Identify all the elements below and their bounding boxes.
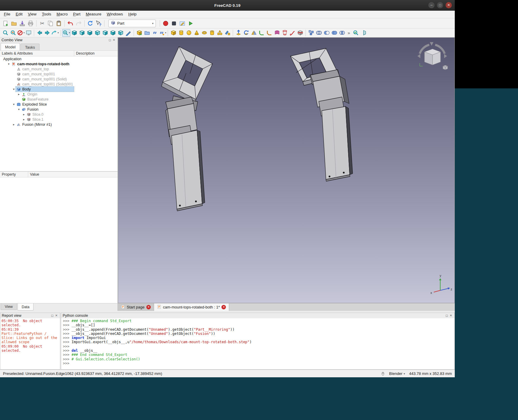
paste-button[interactable] bbox=[55, 19, 63, 28]
macro-execute-button[interactable] bbox=[186, 19, 195, 28]
close-tab-icon[interactable]: ✕ bbox=[221, 305, 226, 309]
tree-item-exploded-slice[interactable]: ▾Exploded Slice bbox=[0, 102, 118, 107]
create-part-button[interactable] bbox=[135, 29, 143, 37]
document-tab[interactable]: Start page✕ bbox=[118, 303, 154, 311]
make-link-button[interactable] bbox=[151, 29, 159, 37]
tab-model[interactable]: Model bbox=[1, 43, 20, 50]
create-group-button[interactable] bbox=[143, 29, 151, 37]
tab-tasks[interactable]: Tasks bbox=[20, 44, 39, 50]
python-console-log[interactable]: >>> ### Begin command Std_Export>>> __ob… bbox=[61, 318, 454, 369]
nav-forward-button[interactable] bbox=[43, 29, 51, 37]
tree-item-slice-0[interactable]: ▸Slice.0 bbox=[0, 112, 118, 117]
shape-builder-button[interactable] bbox=[224, 29, 231, 37]
expander-icon[interactable]: ▾ bbox=[12, 103, 16, 106]
box-zoom-button[interactable]: ▾ bbox=[62, 29, 70, 37]
ruled-surface-button[interactable] bbox=[273, 29, 281, 37]
menu-part[interactable]: Part bbox=[70, 11, 83, 18]
chamfer-button[interactable] bbox=[265, 29, 273, 37]
measure-distance-button[interactable] bbox=[124, 29, 132, 37]
expander-icon[interactable]: ▾ bbox=[7, 62, 11, 66]
link-select-button[interactable]: ▾ bbox=[51, 29, 59, 37]
open-document-button[interactable] bbox=[10, 19, 18, 28]
column-labels[interactable]: Labels & Attributes bbox=[0, 51, 74, 56]
view-front-button[interactable] bbox=[78, 29, 86, 37]
view-bottom-button[interactable] bbox=[109, 29, 117, 37]
fit-selection-button[interactable] bbox=[9, 29, 17, 37]
nav-back-button[interactable] bbox=[36, 29, 43, 37]
menu-tools[interactable]: Tools bbox=[39, 11, 54, 18]
tab-data[interactable]: Data bbox=[18, 303, 34, 311]
dock-view-button[interactable] bbox=[25, 29, 32, 37]
refresh-button[interactable] bbox=[86, 19, 94, 28]
tab-view[interactable]: View bbox=[1, 303, 17, 310]
view-left-button[interactable] bbox=[117, 29, 124, 37]
macro-stop-button[interactable] bbox=[170, 19, 178, 28]
tree-item-fusion-mirror-1[interactable]: ▸Fusion (Mirror #1) bbox=[0, 122, 118, 127]
primitive-cone-button[interactable] bbox=[193, 29, 200, 37]
save-document-button[interactable] bbox=[18, 19, 26, 28]
close-button[interactable]: ✕ bbox=[446, 2, 452, 8]
primitive-tube-button[interactable] bbox=[208, 29, 216, 37]
compound-tools-button[interactable] bbox=[307, 29, 315, 37]
macro-edit-button[interactable] bbox=[178, 19, 186, 28]
draw-style-button[interactable]: ▾ bbox=[17, 29, 25, 37]
expander-icon[interactable]: ▸ bbox=[17, 93, 21, 96]
tree-item-origin[interactable]: ▸Origin bbox=[0, 92, 118, 97]
print-button[interactable] bbox=[26, 19, 35, 28]
view-right-button[interactable] bbox=[94, 29, 101, 37]
primitive-sphere-button[interactable] bbox=[185, 29, 193, 37]
boolean-button[interactable] bbox=[315, 29, 323, 37]
menu-macro[interactable]: Macro bbox=[54, 11, 71, 18]
viewport-3d[interactable]: y z x bbox=[118, 37, 455, 303]
revolve-button[interactable] bbox=[242, 29, 250, 37]
menu-windows[interactable]: Windows bbox=[104, 11, 126, 18]
tree-item-cam-mount-top001-solid[interactable]: cam_mount_top001 (Solid) bbox=[0, 77, 118, 82]
extrude-button[interactable] bbox=[235, 29, 242, 37]
maximize-button[interactable]: □ bbox=[437, 2, 443, 8]
menu-help[interactable]: Help bbox=[126, 11, 139, 18]
titlebar[interactable]: FreeCAD 0.19 – □ ✕ bbox=[0, 0, 455, 11]
primitive-box-button[interactable] bbox=[170, 29, 177, 37]
boolean-intersection-button[interactable] bbox=[338, 29, 346, 37]
expander-icon[interactable]: ▾ bbox=[12, 88, 16, 91]
tree-item-basefeature[interactable]: BaseFeature bbox=[0, 97, 118, 102]
expander-icon[interactable]: ▸ bbox=[12, 123, 16, 126]
menu-file[interactable]: File bbox=[1, 11, 13, 18]
tree-item-body[interactable]: ▾Body bbox=[0, 87, 118, 92]
sweep-button[interactable] bbox=[289, 29, 296, 37]
undo-button[interactable] bbox=[66, 19, 75, 28]
expander-icon[interactable]: ▸ bbox=[22, 113, 26, 116]
menu-measure[interactable]: Measure bbox=[83, 11, 104, 18]
tree-item-cam-mount-top[interactable]: cam_mount_top bbox=[0, 66, 118, 71]
defeaturing-button[interactable] bbox=[359, 29, 367, 37]
macro-record-button[interactable] bbox=[161, 19, 170, 28]
view-top-button[interactable] bbox=[86, 29, 94, 37]
menu-view[interactable]: View bbox=[25, 11, 39, 18]
close-panel-icon[interactable]: ✕ bbox=[112, 38, 116, 42]
column-description[interactable]: Description bbox=[74, 51, 118, 55]
fit-all-button[interactable] bbox=[1, 29, 9, 37]
mirror-button[interactable] bbox=[250, 29, 258, 37]
menu-edit[interactable]: Edit bbox=[13, 11, 25, 18]
expander-icon[interactable]: ▸ bbox=[22, 118, 26, 121]
view-isometric-button[interactable] bbox=[70, 29, 78, 37]
check-geometry-button[interactable] bbox=[352, 29, 359, 37]
expander-icon[interactable]: ▾ bbox=[17, 108, 21, 111]
tree-item-slice-1[interactable]: ▸Slice.1 bbox=[0, 117, 118, 122]
minimize-button[interactable]: – bbox=[428, 2, 435, 8]
fillet-button[interactable] bbox=[258, 29, 265, 37]
tree-item-cam-mount-top001[interactable]: cam_mount_top001 bbox=[0, 71, 118, 77]
column-value[interactable]: Value bbox=[28, 172, 118, 176]
float-panel-icon[interactable]: ◻ bbox=[50, 314, 54, 318]
tree-item-fusion[interactable]: ▾Fusion bbox=[0, 107, 118, 112]
tree-item-cam-mount-tops-rotated-both[interactable]: ▾cam-mount-tops-rotated-both bbox=[0, 61, 118, 66]
nav-style-selector[interactable]: Blender ▾ bbox=[389, 371, 405, 376]
close-tab-icon[interactable]: ✕ bbox=[146, 305, 151, 309]
section-button[interactable] bbox=[296, 29, 304, 37]
primitive-cylinder-button[interactable] bbox=[177, 29, 185, 37]
new-document-button[interactable] bbox=[1, 19, 10, 28]
loft-button[interactable] bbox=[281, 29, 289, 37]
float-panel-icon[interactable]: ◻ bbox=[108, 38, 112, 42]
close-panel-icon[interactable]: ✕ bbox=[54, 314, 58, 318]
tree-item-application[interactable]: Application bbox=[0, 56, 118, 61]
